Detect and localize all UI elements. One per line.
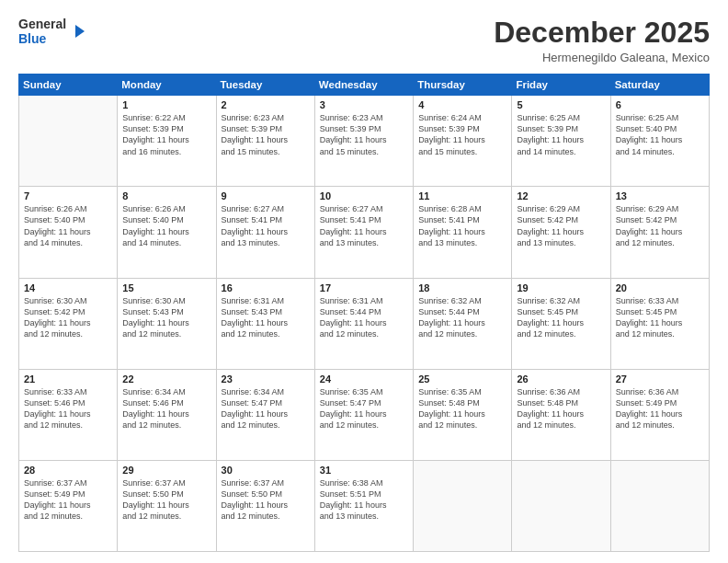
calendar-cell: 5Sunrise: 6:25 AMSunset: 5:39 PMDaylight… — [512, 96, 610, 187]
cell-info-line: Sunrise: 6:36 AM — [517, 386, 605, 397]
col-header-wednesday: Wednesday — [314, 75, 413, 96]
calendar-cell: 6Sunrise: 6:25 AMSunset: 5:40 PMDaylight… — [610, 96, 709, 187]
cell-info-line: Daylight: 11 hours — [418, 317, 506, 328]
cell-info-line: Sunset: 5:39 PM — [222, 123, 310, 134]
cell-info-line: and 12 minutes. — [418, 328, 506, 339]
cell-info-line: Sunset: 5:44 PM — [320, 306, 408, 317]
cell-info-line: and 12 minutes. — [24, 328, 112, 339]
cell-info-line: Daylight: 11 hours — [222, 317, 310, 328]
calendar-cell — [512, 460, 610, 551]
day-number: 25 — [418, 373, 506, 385]
cell-info-line: and 12 minutes. — [418, 419, 506, 431]
cell-info-line: and 12 minutes. — [320, 419, 408, 431]
calendar-cell: 14Sunrise: 6:30 AMSunset: 5:42 PMDayligh… — [19, 278, 118, 369]
calendar-cell: 29Sunrise: 6:37 AMSunset: 5:50 PMDayligh… — [118, 460, 216, 551]
calendar-cell: 18Sunrise: 6:32 AMSunset: 5:44 PMDayligh… — [414, 278, 512, 369]
cell-info-line: Sunrise: 6:25 AM — [616, 112, 704, 123]
cell-info-line: Sunrise: 6:23 AM — [222, 112, 310, 123]
calendar-cell: 19Sunrise: 6:32 AMSunset: 5:45 PMDayligh… — [512, 278, 610, 369]
cell-info-line: and 12 minutes. — [222, 511, 310, 522]
calendar-cell: 21Sunrise: 6:33 AMSunset: 5:46 PMDayligh… — [19, 369, 118, 460]
calendar-cell: 1Sunrise: 6:22 AMSunset: 5:39 PMDaylight… — [118, 96, 216, 187]
cell-info-line: Sunset: 5:48 PM — [517, 397, 605, 408]
cell-info-line: and 14 minutes. — [616, 146, 704, 157]
cell-info-line: Sunset: 5:41 PM — [418, 214, 506, 225]
day-number: 8 — [122, 190, 210, 201]
cell-info-line: Sunrise: 6:22 AM — [122, 112, 210, 123]
calendar-cell: 10Sunrise: 6:27 AMSunset: 5:41 PMDayligh… — [314, 187, 413, 278]
cell-info-line: Sunset: 5:49 PM — [616, 397, 704, 408]
cell-info-line: Daylight: 11 hours — [122, 317, 210, 328]
cell-info-line: Daylight: 11 hours — [320, 226, 408, 237]
calendar-cell: 9Sunrise: 6:27 AMSunset: 5:41 PMDaylight… — [216, 187, 314, 278]
cell-info-line: Daylight: 11 hours — [616, 408, 704, 419]
cell-info-line: and 14 minutes. — [122, 237, 210, 248]
calendar-cell: 28Sunrise: 6:37 AMSunset: 5:49 PMDayligh… — [19, 460, 118, 551]
cell-info-line: Sunset: 5:45 PM — [517, 306, 605, 317]
cell-info-line: and 15 minutes. — [320, 146, 408, 157]
calendar-week-row: 1Sunrise: 6:22 AMSunset: 5:39 PMDaylight… — [19, 96, 710, 187]
cell-info-line: Sunset: 5:43 PM — [222, 306, 310, 317]
day-number: 9 — [222, 190, 310, 201]
col-header-friday: Friday — [512, 75, 610, 96]
cell-info-line: Sunrise: 6:29 AM — [517, 203, 605, 214]
calendar-cell: 23Sunrise: 6:34 AMSunset: 5:47 PMDayligh… — [216, 369, 314, 460]
cell-info-line: Sunset: 5:44 PM — [418, 306, 506, 317]
cell-info-line: Sunrise: 6:26 AM — [24, 203, 112, 214]
calendar-cell: 15Sunrise: 6:30 AMSunset: 5:43 PMDayligh… — [118, 278, 216, 369]
cell-info-line: Daylight: 11 hours — [517, 226, 605, 237]
cell-info-line: Sunset: 5:47 PM — [320, 397, 408, 408]
cell-info-line: Daylight: 11 hours — [616, 317, 704, 328]
cell-info-line: Daylight: 11 hours — [122, 408, 210, 419]
month-title: December 2025 — [494, 17, 710, 49]
cell-info-line: Sunset: 5:39 PM — [122, 123, 210, 134]
cell-info-line: Sunset: 5:45 PM — [616, 306, 704, 317]
cell-info-line: Daylight: 11 hours — [320, 408, 408, 419]
day-number: 28 — [24, 465, 112, 476]
cell-info-line: and 13 minutes. — [517, 237, 605, 248]
cell-info-line: Sunset: 5:46 PM — [122, 397, 210, 408]
cell-info-line: Sunset: 5:39 PM — [320, 123, 408, 134]
calendar-week-row: 14Sunrise: 6:30 AMSunset: 5:42 PMDayligh… — [19, 278, 710, 369]
cell-info-line: Daylight: 11 hours — [222, 408, 310, 419]
calendar-cell: 22Sunrise: 6:34 AMSunset: 5:46 PMDayligh… — [118, 369, 216, 460]
cell-info-line: Daylight: 11 hours — [517, 134, 605, 145]
cell-info-line: and 12 minutes. — [222, 328, 310, 339]
cell-info-line: Daylight: 11 hours — [418, 408, 506, 419]
cell-info-line: Daylight: 11 hours — [418, 134, 506, 145]
cell-info-line: Daylight: 11 hours — [616, 226, 704, 237]
col-header-saturday: Saturday — [610, 75, 709, 96]
cell-info-line: and 12 minutes. — [517, 328, 605, 339]
cell-info-line: Daylight: 11 hours — [24, 226, 112, 237]
cell-info-line: and 13 minutes. — [222, 237, 310, 248]
title-block: December 2025 Hermenegildo Galeana, Mexi… — [494, 17, 710, 64]
day-number: 3 — [320, 99, 408, 110]
calendar-cell: 30Sunrise: 6:37 AMSunset: 5:50 PMDayligh… — [216, 460, 314, 551]
cell-info-line: Daylight: 11 hours — [24, 408, 112, 419]
cell-info-line: Sunrise: 6:30 AM — [122, 295, 210, 306]
cell-info-line: Daylight: 11 hours — [517, 317, 605, 328]
cell-info-line: and 13 minutes. — [320, 511, 408, 522]
cell-info-line: and 15 minutes. — [222, 146, 310, 157]
day-number: 6 — [616, 99, 704, 110]
cell-info-line: Sunrise: 6:34 AM — [222, 386, 310, 397]
calendar-cell: 24Sunrise: 6:35 AMSunset: 5:47 PMDayligh… — [314, 369, 413, 460]
cell-info-line: Sunset: 5:42 PM — [24, 306, 112, 317]
cell-info-line: Sunrise: 6:37 AM — [24, 477, 112, 488]
cell-info-line: and 12 minutes. — [24, 419, 112, 431]
day-number: 12 — [517, 190, 605, 201]
col-header-tuesday: Tuesday — [216, 75, 314, 96]
cell-info-line: Sunrise: 6:27 AM — [222, 203, 310, 214]
cell-info-line: and 12 minutes. — [122, 511, 210, 522]
day-number: 11 — [418, 190, 506, 201]
day-number: 22 — [122, 373, 210, 385]
col-header-monday: Monday — [118, 75, 216, 96]
cell-info-line: and 14 minutes. — [24, 237, 112, 248]
calendar-cell: 31Sunrise: 6:38 AMSunset: 5:51 PMDayligh… — [314, 460, 413, 551]
svg-marker-0 — [75, 25, 85, 38]
calendar-cell: 8Sunrise: 6:26 AMSunset: 5:40 PMDaylight… — [118, 187, 216, 278]
cell-info-line: Sunrise: 6:37 AM — [222, 477, 310, 488]
cell-info-line: Daylight: 11 hours — [222, 226, 310, 237]
cell-info-line: Sunrise: 6:32 AM — [517, 295, 605, 306]
location: Hermenegildo Galeana, Mexico — [494, 51, 710, 64]
